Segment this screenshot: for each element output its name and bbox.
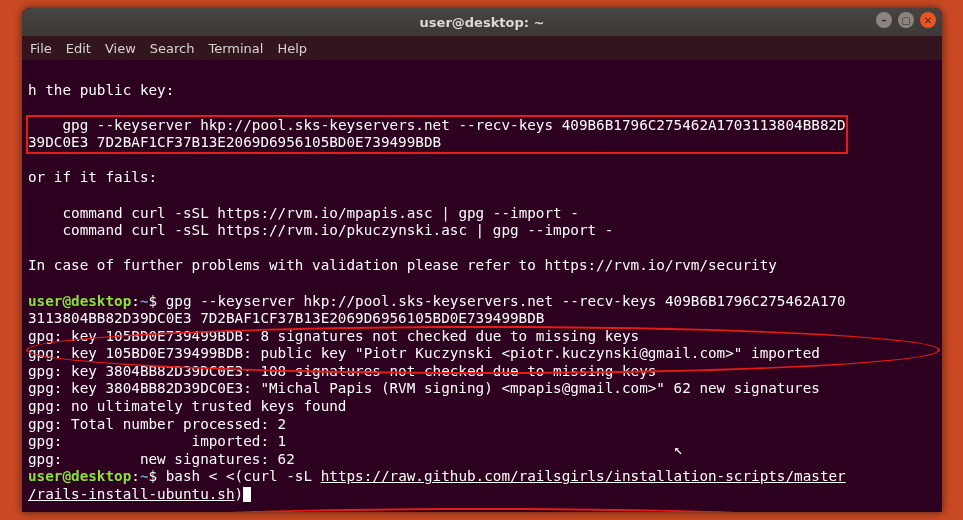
command-text: bash < <(curl -sL <box>166 468 321 484</box>
minimize-button[interactable]: – <box>876 12 892 28</box>
prompt-sep: : <box>131 468 140 484</box>
prompt-path: ~ <box>140 468 149 484</box>
mouse-cursor-icon: ↖ <box>674 440 683 458</box>
annotation-ellipse-2 <box>26 508 940 512</box>
prompt-dollar: $ <box>149 468 166 484</box>
output-line: gpg: key 3804BB82D39DC0E3: "Michal Papis… <box>28 380 820 396</box>
output-line: gpg: imported: 1 <box>28 433 286 449</box>
menu-terminal[interactable]: Terminal <box>208 41 263 56</box>
prompt-user: user@desktop <box>28 293 131 309</box>
prompt-dollar: $ <box>149 293 166 309</box>
menu-view[interactable]: View <box>105 41 136 56</box>
menu-edit[interactable]: Edit <box>66 41 91 56</box>
window-title: user@desktop: ~ <box>420 15 545 30</box>
prompt-path: ~ <box>140 293 149 309</box>
maximize-button[interactable]: ▢ <box>898 12 914 28</box>
output-line: h the public key: <box>28 82 174 98</box>
terminal-cursor <box>243 487 251 502</box>
highlight-box-gpg: gpg --keyserver hkp://pool.sks-keyserver… <box>26 115 848 154</box>
output-line: gpg: key 3804BB82D39DC0E3: 108 signature… <box>28 363 656 379</box>
titlebar[interactable]: user@desktop: ~ – ▢ ✕ <box>22 8 942 36</box>
output-line: 39DC0E3 7D2BAF1CF37B13E2069D6956105BD0E7… <box>28 134 441 150</box>
command-url: /rails-install-ubuntu.sh <box>28 486 235 502</box>
output-line: gpg: new signatures: 62 <box>28 451 295 467</box>
output-line: gpg: key 105BD0E739499BDB: 8 signatures … <box>28 328 639 344</box>
output-line: In case of further problems with validat… <box>28 257 777 273</box>
prompt-user: user@desktop <box>28 468 131 484</box>
command-text: 3113804BB82D39DC0E3 7D2BAF1CF37B13E2069D… <box>28 310 544 326</box>
command-text: gpg --keyserver hkp://pool.sks-keyserver… <box>166 293 846 309</box>
close-button[interactable]: ✕ <box>920 12 936 28</box>
output-line: gpg --keyserver hkp://pool.sks-keyserver… <box>28 117 846 133</box>
output-line: command curl -sSL https://rvm.io/mpapis.… <box>28 205 579 221</box>
terminal-body[interactable]: h the public key: gpg --keyserver hkp://… <box>22 60 942 512</box>
menu-file[interactable]: File <box>30 41 52 56</box>
prompt-sep: : <box>131 293 140 309</box>
output-line: gpg: Total number processed: 2 <box>28 416 286 432</box>
output-line: or if it fails: <box>28 169 157 185</box>
window-controls: – ▢ ✕ <box>876 12 936 28</box>
menu-help[interactable]: Help <box>277 41 307 56</box>
output-line: command curl -sSL https://rvm.io/pkuczyn… <box>28 222 613 238</box>
output-line: gpg: no ultimately trusted keys found <box>28 398 346 414</box>
terminal-window: user@desktop: ~ – ▢ ✕ File Edit View Sea… <box>22 8 942 512</box>
menu-search[interactable]: Search <box>150 41 195 56</box>
output-line: gpg: key 105BD0E739499BDB: public key "P… <box>28 345 820 361</box>
command-url: https://raw.github.com/railsgirls/instal… <box>321 468 846 484</box>
command-text: ) <box>235 486 244 502</box>
menubar: File Edit View Search Terminal Help <box>22 36 942 60</box>
